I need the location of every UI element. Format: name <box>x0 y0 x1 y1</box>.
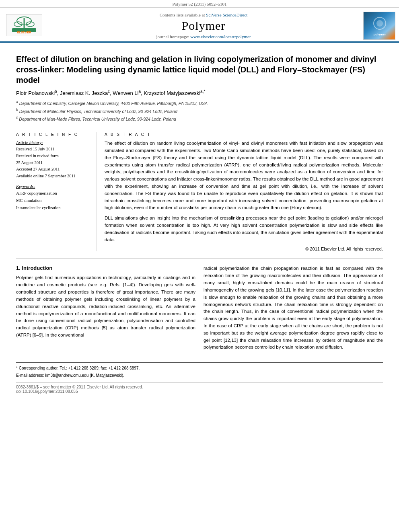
affiliation-a: a Department of Chemistry, Carnegie Mell… <box>16 99 383 107</box>
journal-center-info: Contents lists available at SciVerse Sci… <box>48 10 359 41</box>
received-revised: Received in revised form25 August 2011 <box>16 153 92 166</box>
elsevier-logo-area: ELSEVIER <box>0 10 48 41</box>
keyword-2: MC simulation <box>16 197 92 204</box>
journal-homepage-line: journal homepage: www.elsevier.com/locat… <box>156 34 251 39</box>
abstract-text-block: The effect of dilution on random living … <box>105 140 383 243</box>
authors-line: Piotr Polanowskib, Jeremiasz K. Jeszkac,… <box>16 89 383 96</box>
journal-title: Polymer <box>182 19 226 33</box>
journal-header: ELSEVIER Contents lists available at Sci… <box>0 8 399 43</box>
keyword-3: Intramolecular cyclization <box>16 204 92 212</box>
svg-text:ELSEVIER: ELSEVIER <box>17 31 31 34</box>
intro-left-text: Polymer gels find numerous applications … <box>16 274 195 339</box>
abstract-paragraph-2: DLL simulations give an insight into the… <box>105 215 383 243</box>
homepage-url[interactable]: www.elsevier.com/locate/polymer <box>190 34 251 39</box>
intro-section-title: 1. Introduction <box>16 265 195 271</box>
copyright-line: © 2011 Elsevier Ltd. All rights reserved… <box>105 246 383 251</box>
bottom-bar: 0032-3861/$ – see front matter © 2011 El… <box>16 382 383 394</box>
abstract-header: A B S T R A C T <box>105 132 383 137</box>
doi-text: doi:10.1016/j.polymer.2011.08.055 <box>16 389 78 394</box>
article-info-column: A R T I C L E I N F O Article history: R… <box>16 132 97 251</box>
author-li: Wenwen Li <box>113 90 138 96</box>
keywords-section: Keywords: ATRP copolymerization MC simul… <box>16 184 92 212</box>
email-note: E-mail address: km3b@andrew.cmu.edu (K. … <box>16 372 383 378</box>
body-separator <box>16 258 383 259</box>
article-info-abstract-section: A R T I C L E I N F O Article history: R… <box>16 132 383 251</box>
available-online: Available online 7 September 2011 <box>16 173 92 180</box>
journal-reference: Polymer 52 (2011) 5092–5101 <box>0 0 399 8</box>
abstract-column: A B S T R A C T The effect of dilution o… <box>105 132 383 251</box>
article-history-section: Article history: Received 15 July 2011 R… <box>16 140 92 180</box>
issn-text: 0032-3861/$ – see front matter © 2011 El… <box>16 385 143 389</box>
svg-point-8 <box>376 20 383 27</box>
article-info-header: A R T I C L E I N F O <box>16 132 92 137</box>
accepted-date: Accepted 27 August 2011 <box>16 166 92 173</box>
abstract-paragraph-1: The effect of dilution on random living … <box>105 140 383 212</box>
keywords-label: Keywords: <box>16 184 92 189</box>
cover-image: polymer <box>363 12 395 40</box>
sciencedirect-link[interactable]: SciVerse ScienceDirect <box>206 12 247 17</box>
article-title: Effect of dilution on branching and gela… <box>16 54 383 85</box>
journal-cover-thumbnail: polymer <box>359 10 399 41</box>
body-left-col: 1. Introduction Polymer gels find numero… <box>16 265 195 354</box>
corresponding-author-note: * Corresponding author. Tel.: +1 412 268… <box>16 365 383 371</box>
author-jeszka: Jeremiasz K. Jeszka <box>60 90 108 96</box>
author-polanowski: Piotr Polanowski <box>16 90 55 96</box>
affiliation-c: c Department of Man-Made Fibres, Technic… <box>16 115 383 122</box>
history-label: Article history: <box>16 140 92 145</box>
elsevier-logo-image: ELSEVIER <box>6 14 42 36</box>
affiliation-b: b Department of Molecular Physics, Techn… <box>16 107 383 115</box>
journal-ref-text: Polymer 52 (2011) 5092–5101 <box>173 2 227 6</box>
header-separator <box>16 128 383 128</box>
keyword-1: ATRP copolymerization <box>16 190 92 197</box>
intro-right-text: radical polymerization the chain propaga… <box>204 265 383 351</box>
svg-text:polymer: polymer <box>373 33 386 36</box>
affiliations-block: a Department of Chemistry, Carnegie Mell… <box>16 99 383 122</box>
footnote-area: * Corresponding author. Tel.: +1 412 268… <box>16 362 383 378</box>
body-right-col: radical polymerization the chain propaga… <box>204 265 383 354</box>
body-columns: 1. Introduction Polymer gels find numero… <box>16 265 383 354</box>
main-content-area: Effect of dilution on branching and gela… <box>0 43 399 402</box>
author-matyjaszewski: Krzysztof Matyjaszewski <box>144 90 200 96</box>
received-date: Received 15 July 2011 <box>16 146 92 153</box>
contents-available-line: Contents lists available at SciVerse Sci… <box>160 12 247 17</box>
